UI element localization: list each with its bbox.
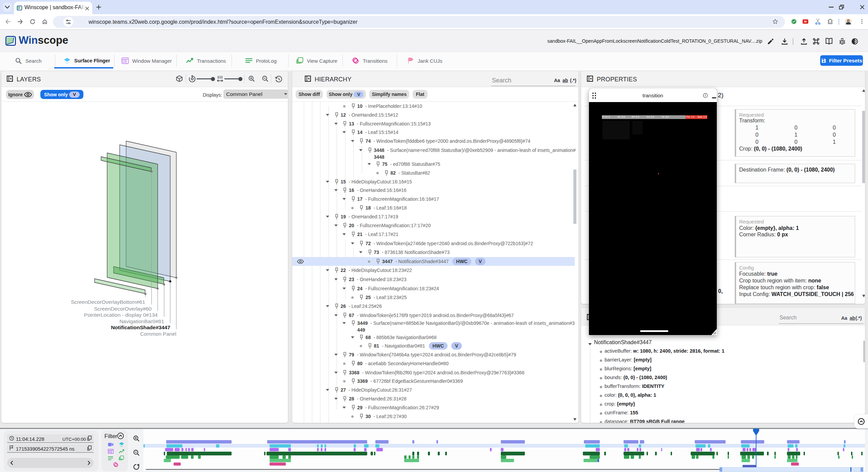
svg-text:NotificationShade#3447: NotificationShade#3447 [111, 324, 170, 330]
svg-text:NavigationBar0#81: NavigationBar0#81 [119, 318, 164, 324]
svg-text:Common Panel: Common Panel [140, 331, 176, 337]
svg-text:PointerLocation - display 0#13: PointerLocation - display 0#134 [84, 312, 158, 318]
svg-text:ScreenDecorOverlay#60: ScreenDecorOverlay#60 [94, 306, 152, 312]
svg-text:ScreenDecorOverlayBottom#61: ScreenDecorOverlayBottom#61 [71, 299, 145, 305]
